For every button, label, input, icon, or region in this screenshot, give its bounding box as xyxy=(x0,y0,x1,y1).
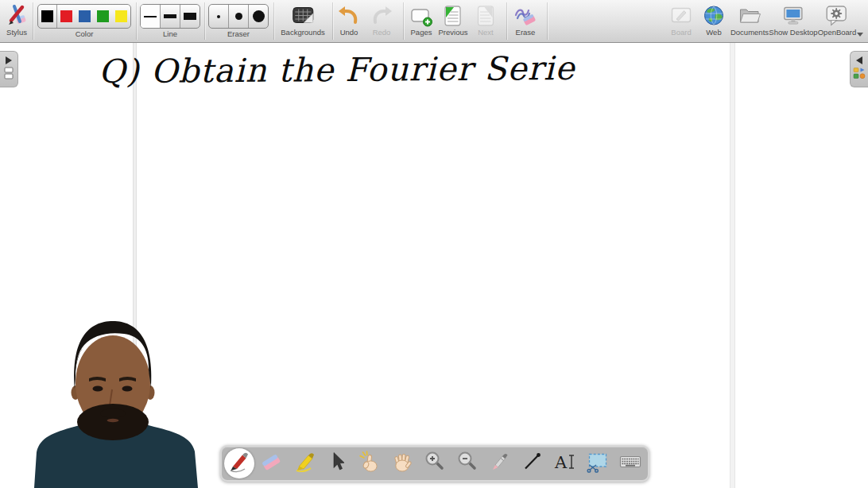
color-swatch-black[interactable] xyxy=(38,5,57,28)
show-desktop-button[interactable]: Show Desktop xyxy=(769,0,817,37)
show-desktop-label: Show Desktop xyxy=(769,28,817,37)
toolbar-separator xyxy=(204,2,205,40)
add-page-icon xyxy=(409,0,433,28)
hand-pan-tool-button[interactable] xyxy=(387,448,417,478)
chevron-down-icon[interactable] xyxy=(857,33,863,37)
library-tab[interactable] xyxy=(850,51,868,87)
undo-label: Undo xyxy=(340,28,358,37)
library-icon xyxy=(853,67,866,83)
laser-pointer-tool-button[interactable] xyxy=(485,448,515,478)
svg-text:A: A xyxy=(554,453,568,472)
pages-button[interactable]: Pages xyxy=(409,0,433,37)
color-swatch-green[interactable] xyxy=(94,5,112,28)
toolbar-separator xyxy=(506,2,507,40)
line-label: Line xyxy=(163,29,177,38)
line-thin-button[interactable] xyxy=(141,5,161,28)
color-swatch-red[interactable] xyxy=(57,5,76,28)
toolbar-separator xyxy=(332,2,333,40)
documents-label: Documents xyxy=(730,28,769,37)
page-navigator-icon xyxy=(3,67,14,83)
undo-button[interactable]: Undo xyxy=(337,0,361,37)
page-navigator-tab[interactable] xyxy=(0,51,18,87)
erase-page-icon xyxy=(513,0,537,28)
previous-button[interactable]: Previous xyxy=(439,0,468,37)
toolbar-separator xyxy=(273,2,274,40)
virtual-keyboard-tool-button[interactable] xyxy=(615,448,645,478)
zoom-out-icon xyxy=(455,450,479,477)
toolbar-separator xyxy=(547,2,548,40)
highlighter-icon xyxy=(293,450,316,477)
webcam-presenter-overlay xyxy=(30,313,213,488)
show-desktop-monitor-icon xyxy=(781,0,805,28)
documents-button[interactable]: Documents xyxy=(730,0,769,37)
erase-label: Erase xyxy=(516,28,536,37)
line-tool-button[interactable] xyxy=(517,448,548,478)
zoom-in-icon xyxy=(423,450,447,477)
color-label: Color xyxy=(76,29,94,38)
handwritten-annotation: Q) Obtain the Fourier Serie xyxy=(99,49,575,91)
zoom-in-tool-button[interactable] xyxy=(420,448,450,478)
expand-left-arrow-icon xyxy=(856,56,862,64)
erase-button[interactable]: Erase xyxy=(513,0,537,37)
redo-arrow-icon xyxy=(370,0,393,28)
capture-icon xyxy=(586,450,610,477)
text-tool-button[interactable]: A xyxy=(550,448,580,478)
toolbar-separator xyxy=(33,2,33,40)
board-label: Board xyxy=(671,28,691,37)
redo-button: Redo xyxy=(370,0,393,37)
undo-arrow-icon xyxy=(337,0,361,28)
backgrounds-icon xyxy=(291,0,315,28)
stylus-button[interactable]: Stylus xyxy=(5,0,29,37)
stylus-pens-icon xyxy=(5,0,29,28)
pen-tool-button[interactable] xyxy=(224,448,254,478)
documents-folder-icon xyxy=(738,0,761,28)
web-label: Web xyxy=(706,28,721,37)
eraser-small-button[interactable] xyxy=(209,5,229,28)
selector-tool-button[interactable] xyxy=(322,448,352,478)
previous-page-icon xyxy=(441,0,465,28)
laser-pointer-icon xyxy=(488,450,512,477)
web-button[interactable]: Web xyxy=(702,0,726,37)
bottom-toolbar: A xyxy=(220,445,649,482)
eraser-icon xyxy=(260,450,284,477)
line-group: Line xyxy=(140,0,200,38)
backgrounds-button[interactable]: Backgrounds xyxy=(281,0,324,37)
eraser-medium-button[interactable] xyxy=(229,5,249,28)
web-globe-icon xyxy=(702,0,726,28)
text-icon: A xyxy=(553,450,577,477)
eraser-group: Eraser xyxy=(208,0,269,38)
stylus-label: Stylus xyxy=(6,28,27,37)
capture-tool-button[interactable] xyxy=(583,448,613,478)
redo-label: Redo xyxy=(373,28,391,37)
highlighter-tool-button[interactable] xyxy=(289,448,320,478)
board-mode-icon xyxy=(669,0,693,28)
board-button: Board xyxy=(669,0,693,37)
zoom-out-tool-button[interactable] xyxy=(452,448,482,478)
color-swatch-blue[interactable] xyxy=(76,5,94,28)
toolbar-separator xyxy=(403,2,404,40)
keyboard-icon xyxy=(618,450,642,477)
previous-label: Previous xyxy=(439,28,468,37)
eraser-large-button[interactable] xyxy=(249,5,268,28)
expand-right-arrow-icon xyxy=(6,56,12,64)
pen-icon xyxy=(227,450,251,477)
color-swatch-yellow[interactable] xyxy=(112,5,130,28)
next-button: Next xyxy=(474,0,498,37)
next-page-icon xyxy=(474,0,498,28)
magic-pointer-hand-icon xyxy=(358,450,382,477)
openboard-menu-button[interactable]: OpenBoard xyxy=(818,0,857,37)
color-group: Color xyxy=(37,0,131,38)
next-label: Next xyxy=(478,28,494,37)
line-thick-button[interactable] xyxy=(180,5,200,28)
arrow-cursor-icon xyxy=(325,450,349,477)
line-medium-button[interactable] xyxy=(161,5,180,28)
interact-tool-button[interactable] xyxy=(355,448,385,478)
pages-label: Pages xyxy=(411,28,432,37)
openboard-label: OpenBoard xyxy=(818,28,857,37)
hand-icon xyxy=(390,450,414,477)
eraser-tool-button[interactable] xyxy=(257,448,287,478)
backgrounds-label: Backgrounds xyxy=(281,28,324,37)
canvas-scrollbar[interactable] xyxy=(730,43,735,488)
top-toolbar: Stylus Color Line xyxy=(0,0,868,43)
toolbar-separator xyxy=(136,2,137,40)
